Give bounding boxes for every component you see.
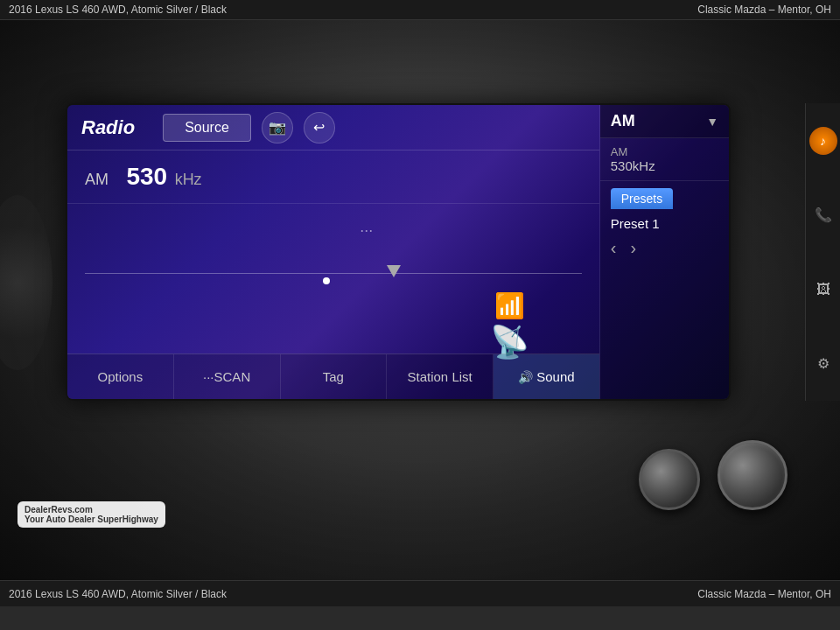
top-bar-right: Classic Mazda – Mentor, OH [697,4,831,16]
signal-waves-icon: 📶 [494,291,525,320]
tag-button[interactable]: Tag [281,354,388,399]
am-right-band: AM [611,145,718,158]
bottom-bar-right: Classic Mazda – Mentor, OH [697,588,831,600]
bottom-buttons: Options ···SCAN Tag Station List 🔊 Sound [67,354,599,399]
watermark-line1: DealerRevs.com [24,505,158,514]
watermark-line2: Your Auto Dealer SuperHighway [24,514,158,524]
photo-area: Radio Source 📷 ↩ AM 530 kHz [0,20,840,580]
watermark: DealerRevs.com Your Auto Dealer SuperHig… [18,501,165,528]
top-bar: 2016 Lexus LS 460 AWD, Atomic Silver / B… [0,0,840,20]
speaker-icon: 🔊 [518,370,533,384]
presets-section: Presets Preset 1 ‹ › [600,181,729,265]
left-panel: Radio Source 📷 ↩ AM 530 kHz [67,105,600,399]
signal-line [85,273,582,274]
am-header[interactable]: AM ▼ [600,105,729,138]
dropdown-arrow-icon: ▼ [706,115,718,129]
frequency-display: AM 530 kHz [67,150,599,204]
right-panel: AM ▼ AM 530kHz Presets Preset 1 ‹ › [600,105,729,399]
back-icon: ↩ [313,119,325,136]
frequency-unit: kHz [175,171,202,188]
am-right-freq: 530kHz [611,158,718,173]
am-header-label: AM [611,112,635,130]
settings-icon[interactable]: ⚙ [809,350,837,378]
triangle-indicator [387,265,401,277]
phone-icon[interactable]: 📞 [809,201,837,229]
infotainment-screen: Radio Source 📷 ↩ AM 530 kHz [66,103,731,401]
top-bar-left: 2016 Lexus LS 460 AWD, Atomic Silver / B… [9,4,227,16]
nav-bar: Radio Source 📷 ↩ [67,105,599,150]
knob-visual [718,440,788,510]
signal-area: ··· 📶 📡 [67,204,599,309]
sound-label: Sound [536,369,574,384]
radio-title: Radio [81,116,135,139]
prev-preset-button[interactable]: ‹ [611,238,617,258]
options-button[interactable]: Options [67,354,174,399]
camera-icon: 📷 [269,119,286,136]
tune-knob[interactable] [639,449,700,510]
bottom-bar-left: 2016 Lexus LS 460 AWD, Atomic Silver / B… [9,588,227,600]
music-note-icon[interactable]: ♪ [809,127,837,155]
icon-button-1[interactable]: 📷 [262,112,293,144]
source-button[interactable]: Source [163,114,251,142]
bottom-bar: 2016 Lexus LS 460 AWD, Atomic Silver / B… [0,580,840,606]
preset-nav: ‹ › [611,238,718,258]
am-freq-right: AM 530kHz [600,138,729,181]
screen-content: Radio Source 📷 ↩ AM 530 kHz [67,105,729,399]
preset-name: Preset 1 [611,216,718,231]
dots-indicator: ··· [360,221,373,240]
image-icon[interactable]: 🖼 [809,276,837,304]
band-label: AM [85,171,108,189]
station-list-button[interactable]: Station List [387,354,494,399]
back-button[interactable]: ↩ [304,112,335,144]
tower-area: 📶 📡 [490,291,529,360]
side-control-strip: ♪ 📞 🖼 ⚙ [805,103,840,401]
frequency-value: 530 [126,163,167,190]
signal-dot [323,277,330,284]
sound-button[interactable]: 🔊 Sound [494,354,599,399]
next-preset-button[interactable]: › [630,238,636,258]
volume-knob[interactable] [718,440,788,510]
scan-button[interactable]: ···SCAN [174,354,281,399]
presets-tab[interactable]: Presets [611,188,673,209]
